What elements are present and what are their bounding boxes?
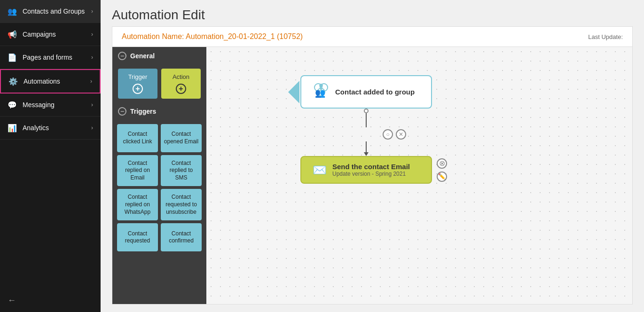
connector-filter-btn[interactable]: ✕ [396,129,406,140]
trigger-clicked-link[interactable]: Contact clicked Link [117,124,158,152]
action-node-sub: Update version - Spring 2021 [332,171,410,177]
left-panel: − General Trigger + Action + − T [112,47,206,304]
collapse-arrow-icon: ← [8,296,16,305]
sidebar-label-automations: Automations [24,78,60,85]
sidebar-label-messaging: Messaging [23,101,55,109]
connector-line-1 [366,113,367,127]
main-content: Automation Edit Automation Name: Automat… [101,0,644,312]
sidebar-collapse-button[interactable]: ← [0,289,101,312]
trigger-unsubscribe[interactable]: Contact requested to unsubscribe [161,189,202,220]
automations-icon: ⚙️ [8,77,18,86]
sidebar-item-campaigns[interactable]: 📢 Campaigns › [0,23,101,46]
chevron-right-icon: › [91,101,93,108]
page-title: Automation Edit [112,8,633,23]
action-node-wrapper: ✉️ Send the contact Email Update version… [300,156,432,184]
sidebar-item-analytics[interactable]: 📊 Analytics › [0,117,101,140]
sidebar-item-pages[interactable]: 📄 Pages and forms › [0,46,101,69]
email-icon: ✉️ [313,164,327,177]
action-button[interactable]: Action + [161,69,201,99]
pages-icon: 📄 [8,53,17,62]
connector-icons-row: ○ ✕ [354,129,378,140]
sidebar: 👥 Contacts and Groups › 📢 Campaigns › 📄 … [0,0,101,312]
campaigns-icon: 📢 [8,30,17,39]
action-edit-button[interactable]: ✏️ [437,172,447,182]
sidebar-label-pages: Pages and forms [23,54,72,61]
trigger-button[interactable]: Trigger + [118,69,157,99]
chevron-right-icon: › [91,8,93,15]
sidebar-label-campaigns: Campaigns [23,31,56,38]
action-remove-button[interactable]: ⊗ [437,158,447,169]
sidebar-item-messaging[interactable]: 💬 Messaging › [0,94,101,117]
triggers-section-label: Triggers [130,108,156,115]
connector-btn-group: ○ ✕ [383,129,406,140]
editor-area: − General Trigger + Action + − T [112,47,633,304]
collapse-triggers-icon: − [118,107,126,116]
page-header: Automation Edit [101,0,644,26]
connector-1 [364,109,369,127]
action-plus-icon: + [176,84,186,94]
sidebar-label-contacts: Contacts and Groups [23,8,85,15]
trigger-node-icon: 👥 [313,82,330,102]
svg-text:👥: 👥 [315,88,326,98]
contacts-icon: 👥 [8,7,17,16]
triggers-grid: Contact clicked Link Contact opened Emai… [112,120,206,256]
action-label: Action [173,73,189,81]
collapse-general-icon: − [118,52,126,60]
trigger-node-wrapper: 👥 Contact added to group [300,75,432,109]
content-area: Automation Name: Automation_20-01-2022_1… [101,26,644,312]
general-section-header[interactable]: − General [112,47,206,65]
automation-canvas[interactable]: 👥 Contact added to group [206,47,632,304]
connector-circle [364,109,369,113]
general-section-label: General [130,52,155,60]
triggers-section-header[interactable]: − Triggers [112,102,206,120]
action-controls: ⊗ ✏️ [437,158,447,182]
sidebar-item-automations[interactable]: ⚙️ Automations › [0,69,101,94]
last-update: Last Update: [588,33,623,40]
sidebar-label-analytics: Analytics [23,124,49,132]
automation-header: Automation Name: Automation_20-01-2022_1… [112,26,633,47]
trigger-node-label: Contact added to group [335,88,415,96]
trigger-plus-icon: + [133,84,143,94]
chevron-right-icon: › [91,54,93,61]
connector-circle-btn[interactable]: ○ [383,129,393,140]
action-node-label: Send the contact Email [332,163,410,171]
trigger-confirmed[interactable]: Contact confirmed [161,223,202,251]
trigger-node[interactable]: 👥 Contact added to group [300,75,432,109]
trigger-diamond-left [288,81,299,103]
trigger-requested[interactable]: Contact requested [117,223,158,251]
action-node[interactable]: ✉️ Send the contact Email Update version… [300,156,432,184]
chevron-right-icon: › [91,31,93,38]
chevron-right-icon: › [90,78,92,85]
trigger-opened-email[interactable]: Contact opened Email [161,124,202,152]
sidebar-item-contacts[interactable]: 👥 Contacts and Groups › [0,0,101,23]
messaging-icon: 💬 [8,100,17,109]
action-node-content: Send the contact Email Update version - … [332,163,410,177]
flow-container: 👥 Contact added to group [300,75,432,184]
trigger-replied-sms[interactable]: Contact replied to SMS [161,155,202,187]
chevron-right-icon: › [91,125,93,131]
arrow-head [364,152,369,156]
trigger-replied-email[interactable]: Contact replied on Email [117,155,158,187]
trigger-label: Trigger [128,73,148,81]
analytics-icon: 📊 [8,123,17,133]
general-buttons-row: Trigger + Action + [112,65,206,102]
connector-arrow [366,141,367,153]
automation-name: Automation Name: Automation_20-01-2022_1… [122,32,303,41]
trigger-replied-whatsapp[interactable]: Contact replied on WhatsApp [117,189,158,220]
